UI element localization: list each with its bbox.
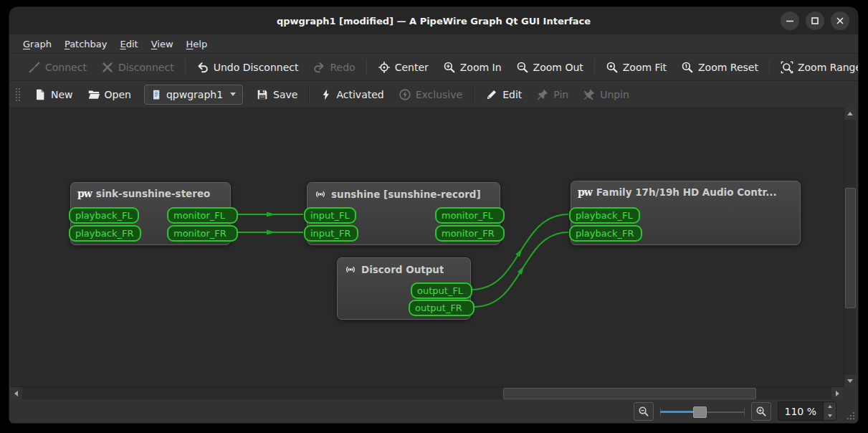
arrowhead-icon bbox=[518, 265, 526, 275]
minimize-button[interactable] bbox=[781, 11, 799, 30]
zoom-range-button[interactable]: Zoom Range bbox=[773, 57, 858, 77]
port-playback-fl[interactable]: playback_FL bbox=[569, 207, 640, 224]
pin-button: Pin bbox=[529, 85, 576, 105]
arrow-down-icon bbox=[847, 379, 853, 383]
zoom-reset-button[interactable]: Zoom Reset bbox=[674, 57, 766, 77]
bolt-icon bbox=[320, 88, 332, 101]
arrow-down-icon bbox=[828, 414, 832, 417]
node-sunshine[interactable]: sunshine [sunshine-record] input_FL inpu… bbox=[307, 182, 500, 245]
circled-bolt-icon bbox=[399, 88, 411, 101]
toolbar-drag-handle[interactable] bbox=[15, 87, 21, 102]
menu-patchbay[interactable]: Patchbay bbox=[58, 37, 114, 52]
zoom-in-button[interactable]: Zoom In bbox=[436, 57, 509, 77]
node-header: pw Family 17h/19h HD Audio Contr... bbox=[571, 181, 800, 203]
statusbar: 110 % bbox=[9, 399, 858, 423]
open-button[interactable]: Open bbox=[80, 85, 138, 105]
center-button[interactable]: Center bbox=[371, 57, 436, 77]
node-header: pw sink-sunshine-stereo bbox=[71, 183, 230, 204]
save-icon bbox=[256, 88, 269, 101]
scroll-left-button[interactable] bbox=[10, 387, 22, 399]
patchbay-file-select[interactable]: qpwgraph1 bbox=[144, 85, 243, 105]
close-button[interactable] bbox=[831, 11, 849, 30]
arrow-up-icon bbox=[828, 405, 832, 408]
maximize-button[interactable] bbox=[806, 11, 824, 30]
zoom-fit-button[interactable]: Zoom Fit bbox=[598, 57, 674, 77]
zoom-reset-icon bbox=[681, 61, 694, 74]
menu-view[interactable]: View bbox=[145, 37, 180, 52]
port-playback-fr[interactable]: playback_FR bbox=[569, 225, 642, 242]
port-input-fr[interactable]: input_FR bbox=[304, 225, 358, 242]
resize-grip[interactable] bbox=[846, 411, 856, 421]
zoom-fit-icon bbox=[606, 61, 619, 74]
vertical-scrollbar[interactable] bbox=[844, 108, 856, 387]
center-icon bbox=[378, 61, 391, 74]
toolbar-separator bbox=[473, 87, 474, 103]
scroll-up-button[interactable] bbox=[844, 108, 856, 120]
port-monitor-fr[interactable]: monitor_FR bbox=[435, 225, 505, 242]
spin-down-button[interactable] bbox=[824, 411, 836, 421]
zoom-slider[interactable] bbox=[660, 404, 745, 419]
menu-help[interactable]: Help bbox=[180, 37, 214, 52]
port-input-fl[interactable]: input_FL bbox=[304, 207, 356, 224]
zoom-value[interactable]: 110 % bbox=[778, 402, 823, 420]
unpin-icon bbox=[583, 88, 596, 101]
horizontal-scrollbar-thumb[interactable] bbox=[503, 388, 756, 399]
port-monitor-fl[interactable]: monitor_FL bbox=[167, 207, 238, 224]
scroll-down-button[interactable] bbox=[844, 375, 856, 387]
graph-canvas[interactable]: pw sink-sunshine-stereo playback_FL play… bbox=[10, 108, 844, 387]
port-playback-fl[interactable]: playback_FL bbox=[69, 207, 139, 224]
menu-graph[interactable]: Graph bbox=[16, 37, 58, 52]
arrowhead-icon bbox=[267, 212, 275, 217]
pipewire-icon: pw bbox=[77, 188, 92, 199]
toolbar-separator bbox=[366, 60, 367, 75]
zoom-slider-handle[interactable] bbox=[693, 406, 707, 418]
node-discord-output[interactable]: Discord Output output_FL output_FR bbox=[337, 257, 471, 320]
scroll-right-button[interactable] bbox=[831, 387, 844, 399]
zoom-range-icon bbox=[781, 61, 793, 74]
port-playback-fr[interactable]: playback_FR bbox=[69, 225, 141, 242]
toolbar-separator bbox=[308, 87, 310, 103]
spin-buttons bbox=[823, 402, 836, 420]
vertical-scrollbar-thumb[interactable] bbox=[845, 188, 856, 308]
arrow-left-icon bbox=[14, 391, 18, 396]
node-family-hd-audio[interactable]: pw Family 17h/19h HD Audio Contr... play… bbox=[571, 181, 801, 245]
redo-icon bbox=[313, 61, 325, 74]
stream-icon bbox=[344, 263, 357, 276]
statusbar-zoom-out-button[interactable] bbox=[634, 402, 654, 421]
port-monitor-fl[interactable]: monitor_FL bbox=[435, 207, 505, 224]
toolbar-separator bbox=[185, 60, 186, 75]
new-button[interactable]: New bbox=[27, 85, 80, 105]
menu-edit[interactable]: Edit bbox=[114, 37, 145, 52]
port-monitor-fr[interactable]: monitor_FR bbox=[167, 225, 238, 242]
arrow-up-icon bbox=[847, 112, 853, 115]
statusbar-zoom-in-button[interactable] bbox=[751, 402, 771, 421]
save-button[interactable]: Save bbox=[249, 85, 305, 105]
zoom-slider-track-filled[interactable] bbox=[660, 411, 697, 413]
horizontal-scrollbar[interactable] bbox=[10, 386, 844, 399]
toolbar-patchbay: New Open qpwgraph1 Save Activated Exclus… bbox=[9, 81, 858, 108]
window-controls bbox=[781, 11, 849, 30]
activated-button[interactable]: Activated bbox=[313, 85, 391, 105]
node-header: sunshine [sunshine-record] bbox=[307, 183, 500, 206]
zoom-out-icon bbox=[638, 406, 649, 417]
stream-icon bbox=[314, 188, 327, 201]
zoom-out-button[interactable]: Zoom Out bbox=[509, 57, 591, 77]
spin-up-button[interactable] bbox=[824, 402, 836, 411]
port-output-fr[interactable]: output_FR bbox=[409, 300, 474, 316]
open-folder-icon bbox=[87, 88, 100, 101]
maximize-icon bbox=[808, 14, 822, 28]
node-header: Discord Output bbox=[338, 258, 470, 281]
pin-icon bbox=[536, 88, 549, 101]
port-output-fl[interactable]: output_FL bbox=[411, 282, 472, 299]
exclusive-button: Exclusive bbox=[391, 85, 469, 105]
patchbay-file-value: qpwgraph1 bbox=[166, 89, 223, 100]
arrow-right-icon bbox=[836, 391, 839, 396]
node-sink-sunshine-stereo[interactable]: pw sink-sunshine-stereo playback_FL play… bbox=[70, 182, 231, 245]
disconnect-button: Disconnect bbox=[94, 57, 181, 77]
zoom-spinbox[interactable]: 110 % bbox=[778, 401, 836, 421]
pencil-icon bbox=[485, 88, 498, 101]
undo-icon bbox=[196, 61, 209, 74]
undo-disconnect-button[interactable]: Undo Disconnect bbox=[189, 57, 306, 77]
titlebar[interactable]: qpwgraph1 [modified] — A PipeWire Graph … bbox=[9, 7, 858, 34]
edit-button[interactable]: Edit bbox=[478, 85, 529, 105]
